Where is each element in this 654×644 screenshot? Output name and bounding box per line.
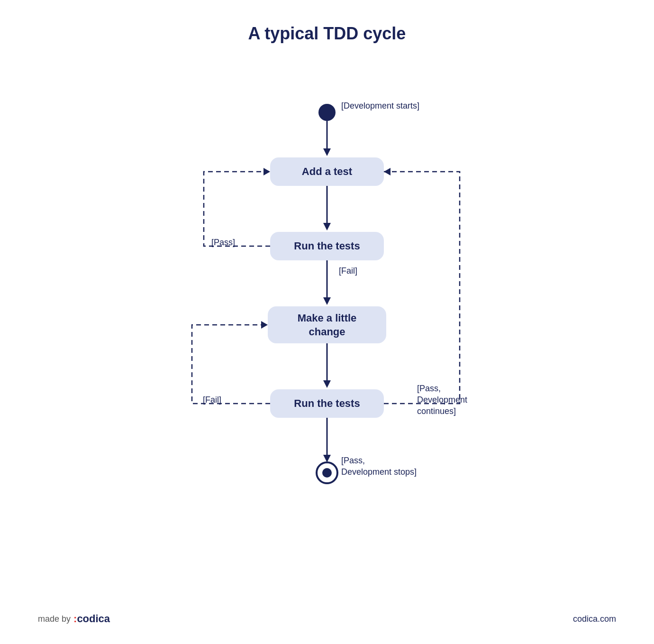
svg-marker-5 (323, 297, 331, 305)
start-dot (318, 104, 336, 121)
fail-2-label: [Fail] (203, 395, 221, 405)
page-title: A typical TDD cycle (248, 24, 406, 44)
tdd-diagram: Add a test Run the tests [Fail] Make a l… (123, 84, 531, 582)
end-symbol-inner (322, 468, 332, 478)
footer-brand: :codica (73, 613, 110, 625)
svg-marker-3 (323, 223, 331, 230)
svg-text:continues]: continues] (417, 406, 456, 416)
svg-marker-12 (261, 321, 268, 329)
svg-marker-10 (323, 455, 331, 462)
make-change-label: change (309, 326, 345, 338)
pass-label: [Pass] (211, 238, 235, 247)
pass-dev-continues-path (384, 172, 460, 404)
pass-dev-stops-label: [Pass, (341, 456, 365, 465)
svg-marker-11 (263, 168, 270, 175)
made-by-text: made by (38, 614, 71, 624)
svg-marker-8 (323, 380, 331, 388)
fail-loop-path (192, 325, 270, 404)
fail-1-label: [Fail] (339, 266, 357, 276)
add-a-test-label: Add a test (302, 166, 353, 177)
footer-brand-section: made by :codica (38, 613, 110, 625)
pass-loop-path (204, 172, 270, 246)
brand-name: codica (77, 613, 110, 625)
run-tests-2-label: Run the tests (294, 397, 360, 409)
pass-dev-continues-label: [Pass, (417, 384, 441, 393)
svg-text:Development: Development (417, 395, 467, 405)
dev-starts-label: [Development starts] (341, 101, 419, 110)
diagram-container: Add a test Run the tests [Fail] Make a l… (123, 84, 531, 582)
svg-text:Make a little: Make a little (298, 312, 357, 324)
svg-marker-13 (384, 168, 391, 175)
footer: made by :codica codica.com (28, 613, 626, 625)
footer-website: codica.com (573, 614, 616, 624)
svg-text:Development stops]: Development stops] (341, 467, 417, 477)
run-tests-1-label: Run the tests (294, 240, 360, 252)
svg-marker-1 (323, 148, 331, 156)
